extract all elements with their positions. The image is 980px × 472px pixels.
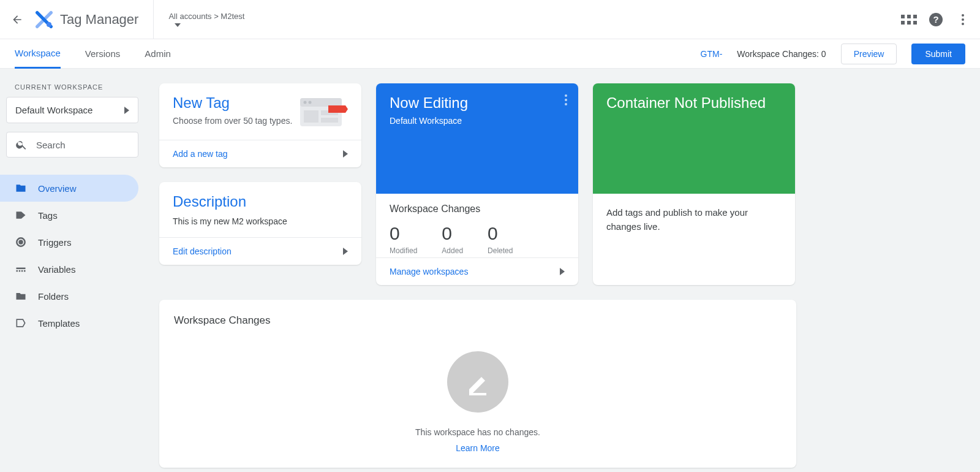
edit-description-link[interactable]: Edit description [159,237,361,265]
tag-icon [15,209,27,221]
breadcrumb[interactable]: All accounts > M2test [168,0,244,39]
deleted-count: 0 [488,223,513,244]
svg-point-5 [962,14,964,17]
chevron-right-icon [124,107,129,114]
folder-icon [15,290,27,302]
description-card: Description This is my new M2 workspace … [159,182,361,265]
description-text: This is my new M2 workspace [173,216,348,226]
empty-state-icon [447,351,508,413]
tag-illustration-icon [299,94,348,129]
container-id-link[interactable]: GTM- [701,49,723,59]
folder-icon [15,182,27,194]
new-tag-card: New Tag Choose from over 50 tag types. A… [159,83,361,167]
sidebar: CURRENT WORKSPACE Default Workspace Sear… [0,69,145,472]
chevron-right-icon [343,150,348,158]
workspace-name: Default Workspace [15,105,92,115]
sidebar-item-templates[interactable]: Templates [0,310,138,337]
navbar: Workspace Versions Admin GTM- Workspace … [0,39,980,69]
svg-rect-20 [469,393,486,395]
svg-rect-16 [321,118,338,123]
publish-status-body: Add tags and publish to make your change… [593,194,795,246]
breadcrumb-account[interactable]: M2test [221,12,244,21]
breadcrumb-all[interactable]: All accounts [168,12,211,21]
svg-point-2 [47,22,51,27]
topbar: Tag Manager All accounts > M2test ? [0,0,980,39]
svg-point-19 [565,103,567,105]
tag-manager-logo-icon [34,10,54,29]
workspace-changes-count: Workspace Changes: 0 [737,49,826,59]
added-count: 0 [442,223,463,244]
chevron-right-icon [560,268,565,275]
empty-state-text: This workspace has no changes. [415,427,540,437]
apps-icon[interactable] [902,12,916,27]
sidebar-section-label: CURRENT WORKSPACE [6,81,138,97]
add-new-tag-link[interactable]: Add a new tag [159,140,361,167]
svg-point-13 [309,101,312,104]
tab-admin[interactable]: Admin [145,40,171,67]
logo-area: Tag Manager [34,0,154,39]
svg-point-12 [304,101,307,104]
manage-workspaces-link[interactable]: Manage workspaces [376,257,578,285]
svg-point-17 [565,94,567,97]
help-icon[interactable]: ? [929,12,943,27]
sidebar-item-triggers[interactable]: Triggers [0,229,138,256]
svg-point-9 [20,241,23,244]
triggers-icon [15,236,27,248]
chevron-down-icon [175,23,181,27]
learn-more-link[interactable]: Learn More [456,443,500,453]
now-editing-workspace: Default Workspace [390,115,565,128]
svg-text:?: ? [933,14,938,25]
svg-point-18 [565,99,567,101]
sidebar-item-overview[interactable]: Overview [0,175,138,202]
chevron-right-icon [343,248,348,255]
new-tag-subtitle: Choose from over 50 tag types. [173,115,292,128]
main-content: New Tag Choose from over 50 tag types. A… [145,69,980,472]
sidebar-item-tags[interactable]: Tags [0,202,138,229]
description-title: Description [173,193,348,210]
search-input[interactable]: Search [6,132,138,158]
more-menu-icon[interactable] [956,12,970,27]
preview-button[interactable]: Preview [841,44,897,64]
workspace-changes-panel: Workspace Changes This workspace has no … [159,300,796,468]
publish-status-title: Container Not Published [606,94,782,112]
workspace-changes-heading: Workspace Changes [376,194,578,215]
card-more-menu[interactable] [565,94,567,108]
search-icon [15,139,28,151]
tab-workspace[interactable]: Workspace [15,39,61,69]
back-button[interactable] [10,13,24,26]
app-title: Tag Manager [60,12,138,28]
templates-icon [15,317,27,329]
svg-point-7 [962,23,964,25]
sidebar-item-variables[interactable]: Variables [0,256,138,283]
container-dropdown[interactable] [168,23,244,27]
now-editing-card: Now Editing Default Workspace Workspace … [376,83,578,285]
svg-rect-14 [304,110,318,123]
workspace-changes-title: Workspace Changes [174,314,782,327]
modified-count: 0 [390,223,417,244]
search-placeholder: Search [36,140,66,150]
workspace-selector[interactable]: Default Workspace [6,97,138,123]
svg-point-6 [962,18,964,21]
new-tag-title: New Tag [173,94,292,112]
publish-status-card: Container Not Published Add tags and pub… [593,83,795,285]
now-editing-title: Now Editing [390,94,565,112]
tab-versions[interactable]: Versions [85,40,121,67]
sidebar-item-folders[interactable]: Folders [0,283,138,310]
submit-button[interactable]: Submit [911,44,965,64]
variables-icon [15,263,27,275]
